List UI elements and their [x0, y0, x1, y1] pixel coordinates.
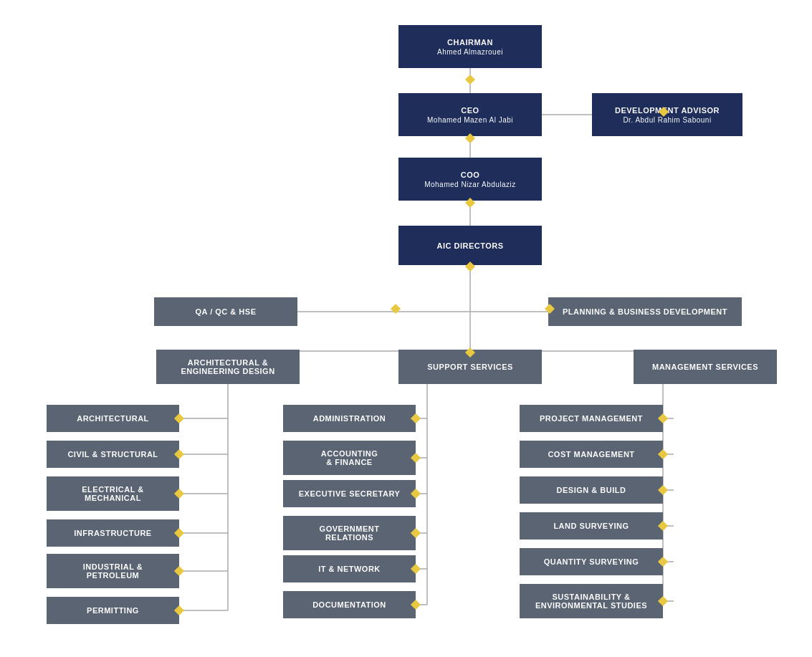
accounting-title: ACCOUNTING & FINANCE	[321, 449, 378, 466]
planning-title: PLANNING & BUSINESS DEVELOPMENT	[563, 307, 727, 316]
gov-rel-box: GOVERNMENT RELATIONS	[283, 516, 416, 550]
planning-box: PLANNING & BUSINESS DEVELOPMENT	[548, 297, 742, 326]
proj-mgmt-box: PROJECT MANAGEMENT	[520, 405, 663, 432]
qa-title: QA / QC & HSE	[196, 307, 257, 316]
dev-advisor-name: Dr. Abdul Rahim Sabouni	[623, 116, 711, 124]
permitting-box: PERMITTING	[47, 597, 179, 624]
mgmt-box: MANAGEMENT SERVICES	[634, 350, 777, 384]
electrical-box: ELECTRICAL & MECHANICAL	[47, 476, 179, 511]
support-title: SUPPORT SERVICES	[427, 363, 513, 371]
chairman-title: CHAIRMAN	[447, 38, 493, 47]
dev-advisor-box: DEVELOPMENT ADVISOR Dr. Abdul Rahim Sabo…	[592, 93, 742, 136]
infrastructure-box: INFRASTRUCTURE	[47, 519, 179, 547]
arch-eng-title: ARCHITECTURAL & ENGINEERING DESIGN	[181, 358, 274, 375]
qty-survey-box: QUANTITY SURVEYING	[520, 548, 663, 575]
coo-title: COO	[461, 171, 480, 179]
diamond-chairman-ceo	[465, 75, 475, 85]
documentation-title: DOCUMENTATION	[312, 600, 386, 609]
coo-name: Mohamed Nizar Abdulaziz	[424, 181, 516, 188]
design-build-title: DESIGN & BUILD	[557, 486, 626, 494]
land-survey-box: LAND SURVEYING	[520, 512, 663, 539]
land-survey-title: LAND SURVEYING	[553, 522, 629, 530]
aic-title: AIC DIRECTORS	[436, 241, 503, 250]
coo-box: COO Mohamed Nizar Abdulaziz	[398, 158, 542, 201]
civil-box: CIVIL & STRUCTURAL	[47, 441, 179, 468]
org-chart: CHAIRMAN Ahmed Almazrouei CEO Mohamed Ma…	[0, 0, 812, 657]
ceo-box: CEO Mohamed Mazen Al Jabi	[398, 93, 542, 136]
sustainability-box: SUSTAINABILITY & ENVIRONMENTAL STUDIES	[520, 584, 663, 618]
proj-mgmt-title: PROJECT MANAGEMENT	[540, 414, 643, 423]
chairman-box: CHAIRMAN Ahmed Almazrouei	[398, 25, 542, 68]
exec-sec-box: EXECUTIVE SECRETARY	[283, 480, 416, 507]
administration-title: ADMINISTRATION	[313, 414, 386, 423]
gov-rel-title: GOVERNMENT RELATIONS	[320, 524, 380, 542]
industrial-box: INDUSTRIAL & PETROLEUM	[47, 554, 179, 588]
infrastructure-title: INFRASTRUCTURE	[74, 529, 151, 537]
administration-box: ADMINISTRATION	[283, 405, 416, 432]
mgmt-title: MANAGEMENT SERVICES	[652, 363, 758, 371]
architectural-box: ARCHITECTURAL	[47, 405, 179, 432]
arch-eng-box: ARCHITECTURAL & ENGINEERING DESIGN	[156, 350, 300, 384]
it-network-box: IT & NETWORK	[283, 555, 416, 582]
ceo-name: Mohamed Mazen Al Jabi	[427, 116, 513, 124]
it-network-title: IT & NETWORK	[318, 565, 381, 573]
civil-title: CIVIL & STRUCTURAL	[67, 450, 158, 459]
chairman-name: Ahmed Almazrouei	[437, 48, 503, 56]
ceo-title: CEO	[461, 106, 479, 115]
cost-mgmt-title: COST MANAGEMENT	[548, 450, 634, 459]
exec-sec-title: EXECUTIVE SECRETARY	[299, 489, 401, 498]
industrial-title: INDUSTRIAL & PETROLEUM	[83, 562, 143, 580]
aic-box: AIC DIRECTORS	[398, 226, 542, 265]
electrical-title: ELECTRICAL & MECHANICAL	[82, 485, 143, 502]
cost-mgmt-box: COST MANAGEMENT	[520, 441, 663, 468]
architectural-title: ARCHITECTURAL	[77, 414, 149, 423]
documentation-box: DOCUMENTATION	[283, 591, 416, 618]
accounting-box: ACCOUNTING & FINANCE	[283, 441, 416, 475]
qa-box: QA / QC & HSE	[154, 297, 297, 326]
permitting-title: PERMITTING	[87, 606, 139, 615]
diamond-qa-right	[391, 304, 401, 314]
qty-survey-title: QUANTITY SURVEYING	[544, 557, 639, 566]
design-build-box: DESIGN & BUILD	[520, 476, 663, 504]
sustainability-title: SUSTAINABILITY & ENVIRONMENTAL STUDIES	[535, 593, 647, 610]
